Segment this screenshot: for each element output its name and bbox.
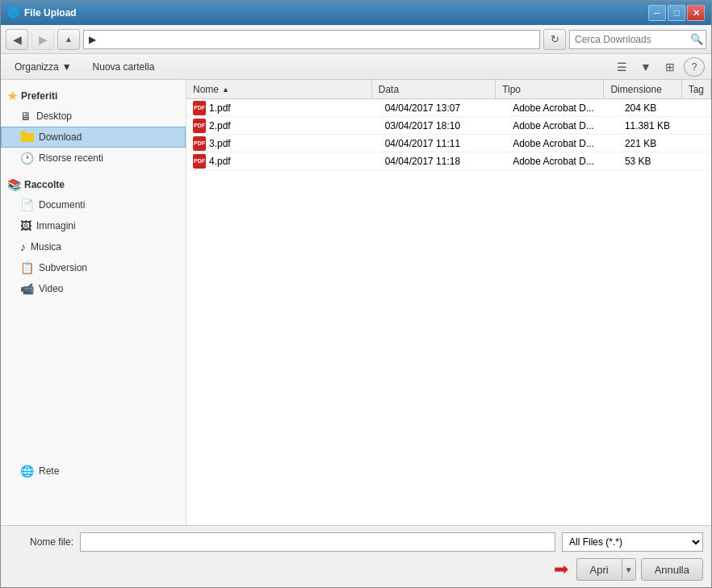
address-path: ▶ <box>89 34 96 45</box>
col-header-date[interactable]: Data <box>372 80 496 98</box>
refresh-button[interactable]: ↻ <box>543 29 566 50</box>
filename-row: Nome file: All Files (*.*) <box>9 532 703 552</box>
recent-icon: 🕐 <box>20 152 34 165</box>
network-label: Rete <box>39 465 59 477</box>
favorites-label: Preferiti <box>21 90 57 102</box>
preview-pane-button[interactable]: ⊞ <box>660 57 681 77</box>
file-list: PDF 1.pdf 04/04/2017 13:07 Adobe Acrobat… <box>186 99 711 525</box>
sidebar-item-subversion[interactable]: 📋 Subversion <box>1 257 186 278</box>
file-tag-cell <box>698 142 711 145</box>
cancel-button[interactable]: Annulla <box>641 558 703 581</box>
forward-button[interactable]: ▶ <box>31 29 54 50</box>
table-row[interactable]: PDF 4.pdf 04/04/2017 11:18 Adobe Acrobat… <box>186 152 711 170</box>
new-folder-button[interactable]: Nuova cartella <box>86 57 162 77</box>
up-button[interactable]: ▲ <box>57 29 80 50</box>
sidebar-section-favorites[interactable]: ★ Preferiti <box>1 86 186 106</box>
video-label: Video <box>39 283 63 294</box>
search-icon[interactable]: 🔍 <box>690 33 703 45</box>
file-type-cell: Adobe Acrobat D... <box>506 101 618 115</box>
sidebar-section-collections[interactable]: 📚 Raccolte <box>1 175 186 194</box>
file-type-cell: Adobe Acrobat D... <box>506 154 618 169</box>
file-name: 4.pdf <box>209 156 231 167</box>
file-area: Nome ▲ Data Tipo Dimensione Tag <box>186 80 711 525</box>
open-dropdown-button[interactable]: ▼ <box>622 558 636 581</box>
help-button[interactable]: ? <box>684 57 705 77</box>
collections-icon: 📚 <box>7 178 21 191</box>
desktop-icon: 🖥 <box>20 110 31 123</box>
file-date-cell: 04/04/2017 13:07 <box>379 101 507 115</box>
file-tag-cell <box>698 160 711 163</box>
sidebar: ★ Preferiti 🖥 Desktop Download 🕐 <box>1 80 186 525</box>
star-icon: ★ <box>7 90 18 102</box>
maximize-button[interactable]: □ <box>668 5 685 21</box>
filename-input[interactable] <box>80 532 555 552</box>
file-size-cell: 221 KB <box>618 136 698 151</box>
filetype-select[interactable]: All Files (*.*) <box>562 532 703 552</box>
back-button[interactable]: ◀ <box>6 29 28 50</box>
toolbar-right: ☰ ▼ ⊞ ? <box>611 57 705 77</box>
search-input[interactable] <box>569 30 706 49</box>
table-row[interactable]: PDF 3.pdf 04/04/2017 11:11 Adobe Acrobat… <box>186 135 711 152</box>
documents-label: Documenti <box>39 199 85 211</box>
sidebar-item-video[interactable]: 📹 Video <box>1 278 186 299</box>
address-bar: ◀ ▶ ▲ ▶ ↻ 🔍 <box>1 25 711 54</box>
file-type-cell: Adobe Acrobat D... <box>506 119 618 133</box>
col-header-type[interactable]: Tipo <box>496 80 604 98</box>
images-icon: 🖼 <box>20 219 31 232</box>
file-date-cell: 04/04/2017 11:11 <box>379 136 507 151</box>
col-header-tag[interactable]: Tag <box>682 80 711 98</box>
pdf-icon: PDF <box>193 136 206 151</box>
window-icon: 🌐 <box>7 7 19 19</box>
file-size-cell: 204 KB <box>618 101 698 115</box>
open-button[interactable]: Apri <box>576 558 622 581</box>
close-button[interactable]: ✕ <box>687 5 705 21</box>
organize-button[interactable]: Organizza ▼ <box>7 57 79 77</box>
sidebar-item-download[interactable]: Download <box>1 127 186 148</box>
file-list-header: Nome ▲ Data Tipo Dimensione Tag <box>186 80 711 99</box>
sidebar-item-recent[interactable]: 🕐 Risorse recenti <box>1 148 186 169</box>
col-header-name[interactable]: Nome ▲ <box>186 80 372 98</box>
file-name-cell: PDF 4.pdf <box>186 152 379 170</box>
file-name: 2.pdf <box>209 120 231 131</box>
file-name-cell: PDF 3.pdf <box>186 135 379 152</box>
sidebar-item-images[interactable]: 🖼 Immagini <box>1 215 186 236</box>
file-upload-window: 🌐 File Upload ─ □ ✕ ◀ ▶ ▲ ▶ ↻ 🔍 Organizz… <box>0 0 712 588</box>
file-name-cell: PDF 1.pdf <box>186 99 379 117</box>
music-label: Musica <box>31 241 61 252</box>
video-icon: 📹 <box>20 282 34 295</box>
address-field[interactable]: ▶ <box>83 30 540 49</box>
sidebar-item-documents[interactable]: 📄 Documenti <box>1 194 186 215</box>
pdf-icon: PDF <box>193 119 206 133</box>
col-header-size[interactable]: Dimensione <box>604 80 681 98</box>
organize-dropdown-icon: ▼ <box>62 61 72 73</box>
toolbar: Organizza ▼ Nuova cartella ☰ ▼ ⊞ ? <box>1 54 711 80</box>
music-icon: ♪ <box>20 240 26 253</box>
file-name-cell: PDF 2.pdf <box>186 117 379 135</box>
file-name: 3.pdf <box>209 138 231 149</box>
sidebar-item-network[interactable]: 🌐 Rete <box>1 461 186 482</box>
arrow-indicator: ➡ <box>554 559 568 580</box>
col-name-label: Nome <box>193 84 219 95</box>
sidebar-item-desktop[interactable]: 🖥 Desktop <box>1 106 186 127</box>
collections-label: Raccolte <box>24 179 65 190</box>
title-bar: 🌐 File Upload ─ □ ✕ <box>1 1 711 25</box>
file-tag-cell <box>698 124 711 127</box>
sidebar-item-music[interactable]: ♪ Musica <box>1 236 186 257</box>
view-dropdown-button[interactable]: ▼ <box>635 57 656 77</box>
search-wrapper: 🔍 <box>569 30 706 49</box>
minimize-button[interactable]: ─ <box>648 5 666 21</box>
view-toggle-button[interactable]: ☰ <box>611 57 632 77</box>
col-size-label: Dimensione <box>610 84 661 95</box>
table-row[interactable]: PDF 2.pdf 03/04/2017 18:10 Adobe Acrobat… <box>186 117 711 135</box>
col-tag-label: Tag <box>689 84 704 95</box>
network-icon: 🌐 <box>20 465 34 477</box>
table-row[interactable]: PDF 1.pdf 04/04/2017 13:07 Adobe Acrobat… <box>186 99 711 117</box>
file-size-cell: 11.381 KB <box>618 119 698 133</box>
button-row: ➡ Apri ▼ Annulla <box>9 558 703 581</box>
bottom-bar: Nome file: All Files (*.*) ➡ Apri ▼ Annu… <box>1 525 711 587</box>
download-label: Download <box>39 131 82 143</box>
window-title: File Upload <box>24 7 77 19</box>
svg-rect-2 <box>21 131 25 134</box>
open-btn-group: Apri ▼ <box>576 558 636 581</box>
desktop-label: Desktop <box>36 111 72 122</box>
